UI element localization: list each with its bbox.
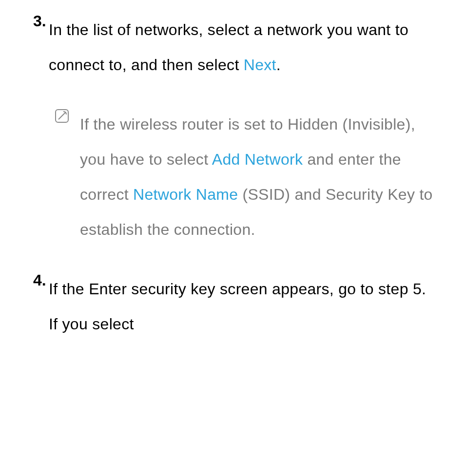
step-3-text-part2: . xyxy=(276,56,281,74)
step-4-block: 4. If the Enter security key screen appe… xyxy=(49,271,436,342)
note-icon xyxy=(55,109,69,123)
step-4-text: If the Enter security key screen appears… xyxy=(49,271,436,342)
step-4-number: 4. xyxy=(33,271,46,289)
add-network-link[interactable]: Add Network xyxy=(212,151,303,168)
step-3-text: In the list of networks, select a networ… xyxy=(49,12,436,82)
step-3-block: 3. In the list of networks, select a net… xyxy=(49,12,436,247)
step-3-text-part1: In the list of networks, select a networ… xyxy=(49,21,408,74)
note-block: If the wireless router is set to Hidden … xyxy=(80,107,436,247)
network-name-link[interactable]: Network Name xyxy=(133,186,238,203)
next-link[interactable]: Next xyxy=(244,56,276,74)
svg-line-1 xyxy=(58,113,65,119)
note-text: If the wireless router is set to Hidden … xyxy=(80,107,436,247)
step-3-number: 3. xyxy=(33,12,46,30)
